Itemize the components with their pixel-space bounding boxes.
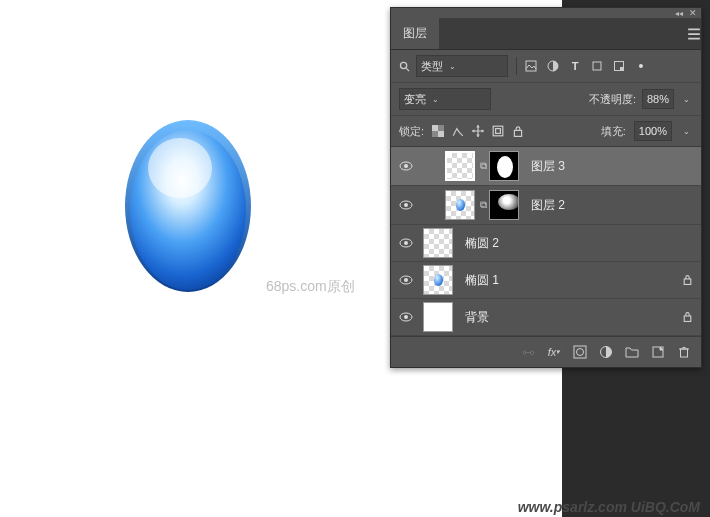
eye-icon[interactable] <box>399 310 413 324</box>
layers-list: ⧉ 图层 3 ⧉ 图层 2 椭圆 2 椭圆 1 <box>391 147 701 336</box>
layer-thumb[interactable] <box>423 265 453 295</box>
collapse-icon[interactable]: ◂◂ <box>675 9 683 18</box>
opacity-value: 88% <box>647 93 669 105</box>
svg-point-23 <box>404 278 408 282</box>
smartobject-filter-icon[interactable] <box>613 60 625 72</box>
filter-icon-strip: T • <box>525 60 647 72</box>
svg-point-29 <box>577 349 584 356</box>
adjustment-filter-icon[interactable] <box>547 60 559 72</box>
layer-name[interactable]: 图层 3 <box>531 158 565 175</box>
svg-rect-27 <box>684 315 691 321</box>
mask-link-icon[interactable]: ⧉ <box>478 199 488 211</box>
chevron-down-icon: ⌄ <box>432 95 439 104</box>
layer-row[interactable]: 椭圆 2 <box>391 225 701 262</box>
layer-row[interactable]: 背景 <box>391 299 701 336</box>
svg-rect-14 <box>496 129 501 134</box>
lock-image-icon[interactable] <box>452 125 464 137</box>
svg-rect-13 <box>493 126 503 136</box>
chevron-down-icon[interactable]: ⌄ <box>680 95 693 104</box>
layer-thumb[interactable] <box>445 151 475 181</box>
svg-point-26 <box>404 315 408 319</box>
lock-label: 锁定: <box>399 124 424 139</box>
fill-value: 100% <box>639 125 667 137</box>
lock-position-icon[interactable] <box>472 125 484 137</box>
image-filter-icon[interactable] <box>525 60 537 72</box>
trash-icon[interactable] <box>677 345 691 359</box>
blend-row: 变亮 ⌄ 不透明度: 88% ⌄ <box>391 83 701 116</box>
eye-icon[interactable] <box>399 198 413 212</box>
layer-name[interactable]: 背景 <box>465 309 489 326</box>
lock-artboard-icon[interactable] <box>492 125 504 137</box>
svg-point-3 <box>400 62 406 68</box>
layer-name[interactable]: 椭圆 1 <box>465 272 499 289</box>
blend-mode-dropdown[interactable]: 变亮 ⌄ <box>399 88 491 110</box>
group-icon[interactable] <box>625 345 639 359</box>
layer-row[interactable]: ⧉ 图层 3 <box>391 147 701 186</box>
layer-row[interactable]: 椭圆 1 <box>391 262 701 299</box>
layer-filter-type-dropdown[interactable]: 类型 ⌄ <box>416 55 508 77</box>
panel-tabs: 图层 <box>391 18 701 50</box>
svg-rect-12 <box>438 131 444 137</box>
lock-icon <box>682 311 693 324</box>
artwork-blue-egg <box>122 112 254 294</box>
layer-row[interactable]: ⧉ 图层 2 <box>391 186 701 225</box>
layer-thumb[interactable] <box>445 190 475 220</box>
svg-rect-28 <box>574 346 586 358</box>
layer-filter-type-label: 类型 <box>421 59 443 74</box>
opacity-label: 不透明度: <box>589 92 636 107</box>
shape-filter-icon[interactable] <box>591 60 603 72</box>
chevron-down-icon[interactable]: ⌄ <box>680 127 693 136</box>
panel-menu-icon[interactable] <box>687 18 701 49</box>
lock-transparent-icon[interactable] <box>432 125 444 137</box>
mask-icon[interactable] <box>573 345 587 359</box>
mask-thumb[interactable] <box>489 151 519 181</box>
footer-watermark-text: www.psarlz.com UiBQ.CoM <box>518 499 700 515</box>
layer-thumb[interactable] <box>423 228 453 258</box>
filter-row: 类型 ⌄ T • <box>391 50 701 83</box>
link-icon[interactable]: ⧟ <box>521 345 535 359</box>
adjust-icon[interactable] <box>599 345 613 359</box>
panel-topbar: ◂◂ ✕ <box>391 8 701 18</box>
svg-rect-11 <box>432 125 438 131</box>
blend-mode-label: 变亮 <box>404 92 426 107</box>
chevron-down-icon: ⌄ <box>449 62 456 71</box>
eye-icon[interactable] <box>399 273 413 287</box>
svg-point-21 <box>404 241 408 245</box>
svg-rect-7 <box>593 62 601 70</box>
new-layer-icon[interactable] <box>651 345 665 359</box>
svg-rect-24 <box>684 278 691 284</box>
svg-rect-9 <box>620 67 624 71</box>
panel-footer: ⧟ fx▾ <box>391 336 701 367</box>
dot-toggle-icon[interactable]: • <box>635 60 647 72</box>
lock-row: 锁定: 填充: 100% ⌄ <box>391 116 701 147</box>
fill-label: 填充: <box>601 124 626 139</box>
close-icon[interactable]: ✕ <box>689 8 697 18</box>
lock-all-icon[interactable] <box>512 125 524 137</box>
layer-thumb[interactable] <box>423 302 453 332</box>
eye-icon[interactable] <box>399 159 413 173</box>
svg-rect-15 <box>514 130 521 136</box>
svg-point-17 <box>404 164 408 168</box>
lock-icon-strip <box>432 125 524 137</box>
svg-line-4 <box>406 68 409 71</box>
divider <box>516 57 517 75</box>
layer-name[interactable]: 椭圆 2 <box>465 235 499 252</box>
fx-icon[interactable]: fx▾ <box>547 345 561 359</box>
fill-input[interactable]: 100% <box>634 121 672 141</box>
tab-layers[interactable]: 图层 <box>391 18 439 49</box>
lock-icon <box>682 274 693 287</box>
layer-name[interactable]: 图层 2 <box>531 197 565 214</box>
svg-rect-32 <box>681 349 688 357</box>
search-icon <box>399 61 410 72</box>
svg-point-2 <box>148 138 212 198</box>
svg-point-19 <box>404 203 408 207</box>
eye-icon[interactable] <box>399 236 413 250</box>
mask-link-icon[interactable]: ⧉ <box>478 160 488 172</box>
opacity-input[interactable]: 88% <box>642 89 674 109</box>
mask-thumb[interactable] <box>489 190 519 220</box>
text-filter-icon[interactable]: T <box>569 60 581 72</box>
layers-panel: ◂◂ ✕ 图层 类型 ⌄ T • 变亮 ⌄ 不透明度: <box>390 7 702 368</box>
watermark-text: 68ps.com原创 <box>266 278 355 296</box>
